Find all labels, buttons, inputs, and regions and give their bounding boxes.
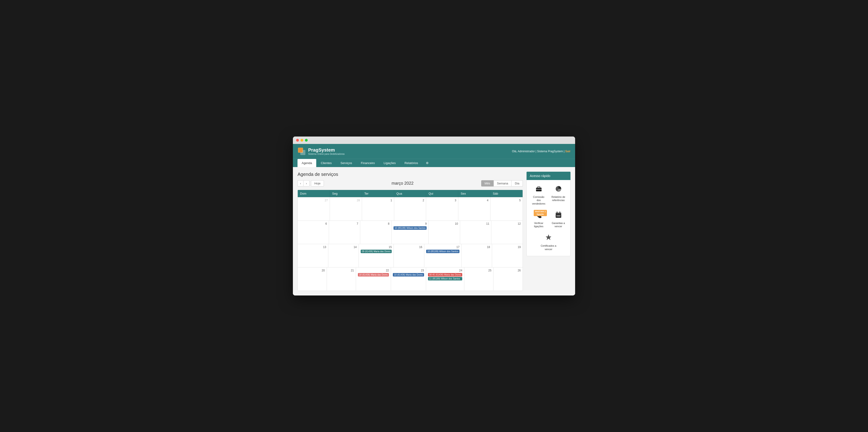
calendar-controls: ‹ › Hoje março 2022 Mês Semana Dia (298, 180, 523, 186)
main-content: Agenda de serviços ‹ › Hoje março 2022 M… (293, 167, 575, 296)
day-cell-23[interactable]: 23 10 (61436) Maria das Dores (391, 268, 426, 290)
day-number: 14 (330, 246, 357, 249)
quick-item-relatorio[interactable]: Relatório de referências (550, 183, 567, 207)
event-24-1[interactable]: 08:45 (61436) Maria das Dores (428, 273, 462, 277)
day-number: 21 (329, 269, 354, 272)
svg-rect-13 (559, 215, 560, 216)
day-cell-17[interactable]: 17 10 (85189) Wilson dos Santos (424, 244, 462, 267)
day-number: 22 (358, 269, 389, 272)
day-number: 12 (493, 222, 521, 225)
day-cell-20[interactable]: 20 (298, 268, 327, 290)
day-cell-16[interactable]: 16 (394, 244, 424, 267)
today-button[interactable]: Hoje (311, 180, 324, 186)
nav-servicos[interactable]: Serviços (336, 159, 356, 167)
day-header-sab: Sáb (491, 190, 523, 197)
day-number: 28 (332, 199, 360, 202)
page-title: Agenda de serviços (298, 172, 523, 177)
nav-relatorios[interactable]: Relatórios (400, 159, 422, 167)
sidebar-body: Comissão dos vendedores Relatório de ref… (527, 180, 570, 256)
quick-item-garantias[interactable]: Garantias a vencer (550, 209, 567, 230)
logo-icon (298, 147, 306, 155)
day-cell-9[interactable]: 9 10 (85189) Wilson dos Santos (392, 221, 429, 244)
day-cell-27[interactable]: 27 (298, 197, 330, 220)
star-burst-icon (545, 234, 552, 243)
quick-grid: Comissão dos vendedores Relatório de ref… (530, 183, 567, 253)
view-week-button[interactable]: Semana (494, 180, 512, 186)
day-number: 26 (495, 269, 521, 272)
day-number: 10 (431, 222, 458, 225)
event-15-1[interactable]: 09 (61436) Maria das Dores (361, 250, 392, 253)
day-number: 17 (426, 246, 460, 249)
next-month-button[interactable]: › (303, 180, 309, 186)
quick-item-ligacoes[interactable]: Você tem 1ligação Verificar ligações (530, 209, 547, 230)
day-cell-6[interactable]: 6 (298, 221, 329, 244)
event-23-1[interactable]: 10 (61436) Maria das Dores (393, 273, 424, 277)
day-cell-11[interactable]: 11 (460, 221, 491, 244)
event-17-1[interactable]: 10 (85189) Wilson dos Santos (426, 250, 460, 253)
day-number: 23 (393, 269, 424, 272)
day-header-dom: Dom (298, 190, 330, 197)
titlebar (293, 136, 575, 144)
logo-area: PragSystem Sistema Online para Dedetizad… (298, 147, 345, 155)
pie-chart-icon (555, 185, 562, 194)
nav-ligacoes[interactable]: Ligações (379, 159, 400, 167)
day-number: 2 (396, 199, 424, 202)
day-cell-15[interactable]: 15 09 (61436) Maria das Dores (359, 244, 394, 267)
day-cell-18[interactable]: 18 (462, 244, 492, 267)
day-header-sex: Sex (458, 190, 491, 197)
svg-rect-11 (557, 215, 558, 216)
app-header: PragSystem Sistema Online para Dedetizad… (293, 144, 575, 159)
calendar-week-2: 6 7 8 9 10 (85189) Wilson dos Santos 10 … (298, 220, 523, 244)
view-toggle: Mês Semana Dia (481, 180, 523, 186)
view-day-button[interactable]: Dia (512, 180, 523, 186)
calendar-week-3: 13 14 15 09 (61436) Maria das Dores 16 1… (298, 244, 523, 267)
minimize-button[interactable] (301, 139, 303, 142)
user-info: Olá, Administrador | Sistema PragSystem … (512, 150, 570, 153)
view-month-button[interactable]: Mês (481, 180, 494, 186)
day-cell-13[interactable]: 13 (298, 244, 328, 267)
day-cell-25[interactable]: 25 (464, 268, 493, 290)
day-cell-21[interactable]: 21 (327, 268, 356, 290)
sidebar-title: Acesso rápido (527, 172, 570, 180)
nav-financeiro[interactable]: Financeiro (357, 159, 379, 167)
user-greeting-text: Olá, Administrador | Sistema PragSystem … (512, 150, 564, 153)
day-cell-24[interactable]: 24 08:45 (61436) Maria das Dores 11 (851… (426, 268, 464, 290)
day-number: 13 (300, 246, 326, 249)
quick-item-comissao[interactable]: Comissão dos vendedores (530, 183, 547, 207)
day-number: 9 (394, 222, 427, 225)
nav-settings[interactable]: ⚙ (423, 159, 432, 167)
day-cell-7[interactable]: 7 (329, 221, 360, 244)
day-number: 24 (428, 269, 462, 272)
nav-clientes[interactable]: Clientes (317, 159, 336, 167)
day-cell-22[interactable]: 22 18 (61436) Maria das Dores (356, 268, 391, 290)
day-cell-3[interactable]: 3 (426, 197, 458, 220)
day-cell-28[interactable]: 28 (330, 197, 362, 220)
day-cell-5[interactable]: 5 (491, 197, 523, 220)
event-24-2[interactable]: 11 (85189) Wilson dos Santos (428, 277, 462, 280)
current-month-label: março 2022 (324, 181, 481, 186)
day-cell-8[interactable]: 8 (360, 221, 392, 244)
svg-rect-2 (299, 148, 303, 152)
prev-month-button[interactable]: ‹ (298, 180, 303, 186)
day-cell-10[interactable]: 10 (429, 221, 460, 244)
quick-item-certificados[interactable]: Certificados a vencer (539, 232, 558, 253)
event-22-1[interactable]: 18 (61436) Maria das Dores (358, 273, 389, 277)
day-cell-1[interactable]: 1 (362, 197, 394, 220)
day-cell-26[interactable]: 26 (493, 268, 523, 290)
day-cell-12[interactable]: 12 (491, 221, 523, 244)
event-9-1[interactable]: 10 (85189) Wilson dos Santos (394, 226, 427, 230)
nav-agenda[interactable]: Agenda (298, 159, 316, 167)
day-cell-4[interactable]: 4 (458, 197, 491, 220)
day-cell-14[interactable]: 14 (328, 244, 359, 267)
day-number: 20 (300, 269, 325, 272)
maximize-button[interactable] (305, 139, 308, 142)
close-button[interactable] (296, 139, 299, 142)
day-number: 8 (362, 222, 389, 225)
logout-link[interactable]: Sair (565, 150, 570, 153)
quick-label-comissao: Comissão dos vendedores (531, 195, 547, 205)
day-cell-19[interactable]: 19 (492, 244, 523, 267)
day-cell-2[interactable]: 2 (394, 197, 426, 220)
day-number: 5 (492, 199, 521, 202)
day-number: 19 (494, 246, 521, 249)
month-nav: ‹ › Hoje (298, 180, 324, 186)
